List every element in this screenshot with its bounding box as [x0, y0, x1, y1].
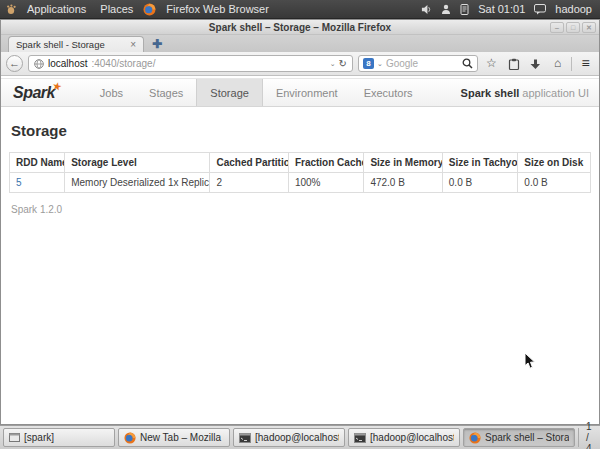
back-button[interactable]: ←: [6, 55, 23, 72]
firefox-icon: [124, 432, 136, 444]
rdd-table: RDD Name Storage Level Cached Partitions…: [9, 152, 591, 193]
search-engine-icon[interactable]: 8: [363, 58, 374, 69]
firefox-window: Spark shell – Storage – Mozilla Firefox …: [0, 19, 600, 425]
rdd-name-link[interactable]: 5: [16, 177, 22, 188]
col-storage-level: Storage Level: [65, 153, 210, 173]
taskbar-item-terminal-2[interactable]: [hadoop@localhost:~]: [348, 428, 460, 447]
table-row: 5 Memory Deserialized 1x Replicated 2 10…: [10, 173, 591, 193]
menu-hamburger-icon[interactable]: ≡: [577, 55, 594, 72]
col-rdd-name: RDD Name: [10, 153, 65, 173]
workspace-pager[interactable]: 1 / 4: [578, 428, 599, 447]
navigation-toolbar: ← localhost :4040/storage/ ⌄ ↻ 8 ⌄ Googl…: [1, 52, 599, 76]
spark-app-label: Spark shell application UI: [461, 87, 599, 99]
spark-logo-star-icon: ★: [51, 79, 63, 94]
bookmarks-menu-icon[interactable]: [505, 56, 522, 71]
page-title: Storage: [11, 122, 591, 139]
applications-menu[interactable]: Applications: [23, 0, 90, 18]
tab-title: Spark shell - Storage: [16, 39, 125, 50]
col-fraction-cached: Fraction Cached: [288, 153, 364, 173]
browser-viewport: Spark ★ Jobs Stages Storage Environment …: [1, 76, 599, 424]
volume-icon[interactable]: [421, 4, 432, 15]
browser-tab[interactable]: Spark shell - Storage ×: [8, 36, 144, 52]
firefox-launcher-icon[interactable]: [143, 3, 156, 16]
bottom-taskbar: [spark] New Tab – Mozilla Fir... [hadoop…: [0, 425, 600, 449]
user-status-icon[interactable]: [441, 4, 451, 15]
search-bar[interactable]: 8 ⌄ Google: [358, 55, 478, 72]
minimize-button[interactable]: ‒: [550, 22, 564, 33]
distro-menu-icon: [6, 4, 17, 15]
desktop-top-panel: Applications Places Firefox Web Browser …: [0, 0, 600, 19]
spark-tab-jobs[interactable]: Jobs: [87, 79, 136, 106]
home-icon[interactable]: ⌂: [549, 55, 566, 72]
cell-fraction-cached: 100%: [288, 173, 364, 193]
taskbar-item-spark-storage-firefox[interactable]: Spark shell – Storage...: [463, 428, 575, 447]
spark-navbar: Spark ★ Jobs Stages Storage Environment …: [1, 78, 599, 107]
firefox-icon: [469, 432, 481, 444]
site-globe-icon[interactable]: [34, 59, 44, 69]
downloads-icon[interactable]: [527, 56, 544, 71]
firefox-launcher-label[interactable]: Firefox Web Browser: [162, 0, 273, 18]
spark-tab-executors[interactable]: Executors: [351, 79, 426, 106]
new-tab-button[interactable]: ✚: [152, 38, 162, 50]
url-bar[interactable]: localhost :4040/storage/ ⌄ ↻: [28, 55, 353, 72]
close-button[interactable]: ✕: [582, 22, 596, 33]
spark-tab-storage[interactable]: Storage: [196, 79, 263, 106]
storage-page: Storage RDD Name Storage Level Cached Pa…: [1, 107, 599, 424]
col-size-in-tachyon: Size in Tachyon: [442, 153, 518, 173]
url-dropdown-icon[interactable]: ⌄: [330, 60, 336, 68]
search-engine-dropdown-icon[interactable]: ⌄: [377, 60, 383, 68]
terminal-icon: [239, 433, 251, 443]
col-cached-partitions: Cached Partitions: [210, 153, 288, 173]
search-magnifier-icon[interactable]: [462, 58, 473, 69]
notes-icon[interactable]: [460, 4, 469, 15]
col-size-in-memory: Size in Memory: [364, 153, 442, 173]
places-menu[interactable]: Places: [96, 0, 137, 18]
reload-icon[interactable]: ↻: [339, 58, 347, 69]
taskbar-item-terminal-1[interactable]: [hadoop@localhost:~...: [233, 428, 345, 447]
window-title: Spark shell – Storage – Mozilla Firefox: [209, 22, 391, 33]
spark-logo[interactable]: Spark ★: [13, 79, 65, 106]
search-placeholder: Google: [386, 58, 459, 69]
cell-size-in-tachyon: 0.0 B: [442, 173, 518, 193]
col-size-on-disk: Size on Disk: [518, 153, 591, 173]
cell-size-on-disk: 0.0 B: [518, 173, 591, 193]
terminal-icon: [354, 433, 366, 443]
window-titlebar[interactable]: Spark shell – Storage – Mozilla Firefox …: [1, 20, 599, 35]
spark-version-label: Spark 1.2.0: [11, 204, 591, 215]
toolbar-separator: [571, 57, 572, 71]
tab-close-icon[interactable]: ×: [130, 40, 136, 50]
taskbar-item-newtab-firefox[interactable]: New Tab – Mozilla Fir...: [118, 428, 230, 447]
url-host: localhost: [48, 58, 87, 69]
spark-tab-environment[interactable]: Environment: [263, 79, 351, 106]
username[interactable]: hadoop: [555, 3, 592, 15]
window-icon: [9, 433, 20, 442]
maximize-button[interactable]: □: [566, 22, 580, 33]
cell-cached-partitions: 2: [210, 173, 288, 193]
clock[interactable]: Sat 01:01: [478, 3, 525, 15]
url-path: :4040/storage/: [91, 58, 325, 69]
cell-storage-level: Memory Deserialized 1x Replicated: [65, 173, 210, 193]
bookmark-star-icon[interactable]: ☆: [483, 55, 500, 72]
spark-tab-stages[interactable]: Stages: [136, 79, 196, 106]
user-chat-icon[interactable]: [534, 4, 546, 15]
tab-bar: Spark shell - Storage × ✚: [1, 35, 599, 52]
cell-size-in-memory: 472.0 B: [364, 173, 442, 193]
table-header-row: RDD Name Storage Level Cached Partitions…: [10, 153, 591, 173]
taskbar-item-spark-terminal[interactable]: [spark]: [3, 428, 115, 447]
